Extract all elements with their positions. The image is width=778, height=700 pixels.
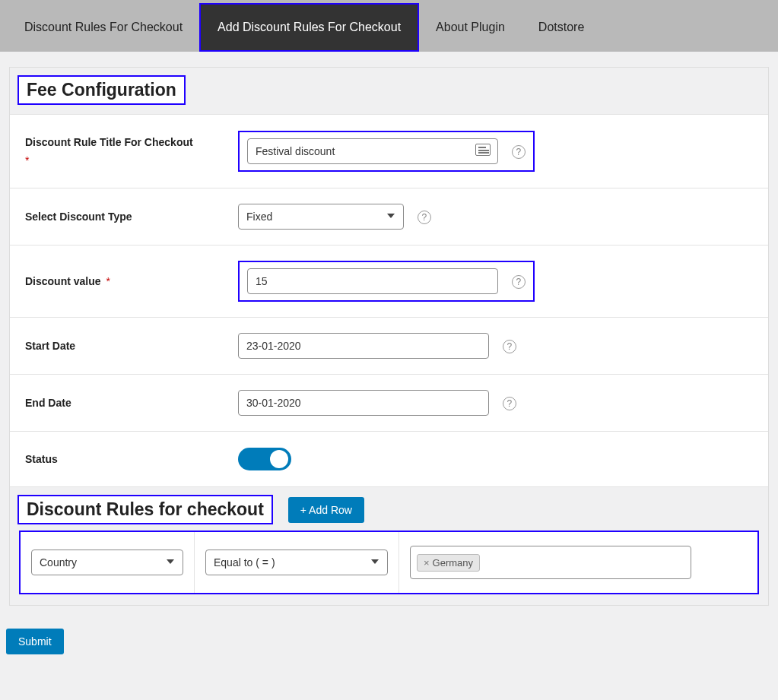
tab-add-discount-rules[interactable]: Add Discount Rules For Checkout [199, 3, 419, 52]
toggle-knob [270, 450, 288, 468]
rule-row: Country Equal to ( = ) × Germany [19, 531, 759, 594]
fee-configuration-panel: Fee Configuration Discount Rule Title Fo… [9, 67, 769, 606]
help-icon[interactable]: ? [512, 275, 526, 289]
status-label: Status [10, 432, 230, 487]
help-icon[interactable]: ? [503, 340, 516, 353]
status-toggle[interactable] [238, 448, 291, 470]
rules-section-title: Discount Rules for checkout [17, 495, 273, 524]
fee-form-table: Discount Rule Title For Checkout * ? Sel… [10, 114, 768, 487]
help-icon[interactable]: ? [503, 397, 516, 410]
required-mark: * [25, 154, 223, 166]
fee-config-title: Fee Configuration [17, 75, 186, 105]
required-mark: * [106, 275, 110, 287]
condition-value-input[interactable]: × Germany [410, 546, 691, 579]
start-date-label: Start Date [10, 318, 230, 375]
condition-operator-select[interactable]: Equal to ( = ) [205, 550, 388, 575]
value-label: Discount value * [10, 245, 230, 318]
tab-discount-rules[interactable]: Discount Rules For Checkout [8, 3, 199, 52]
autofill-icon [475, 144, 491, 156]
end-date-label: End Date [10, 375, 230, 432]
title-input[interactable] [247, 138, 498, 164]
add-row-button[interactable]: + Add Row [288, 497, 364, 523]
end-date-input[interactable] [238, 390, 489, 416]
tab-dotstore[interactable]: Dotstore [522, 3, 601, 52]
tag-remove-icon[interactable]: × [424, 557, 430, 569]
discount-type-select[interactable]: Fixed [238, 204, 404, 230]
start-date-input[interactable] [238, 333, 489, 359]
tab-about-plugin[interactable]: About Plugin [419, 3, 522, 52]
help-icon[interactable]: ? [512, 145, 526, 159]
discount-value-input[interactable] [247, 268, 498, 294]
title-label: Discount Rule Title For Checkout * [10, 115, 230, 188]
type-label: Select Discount Type [10, 188, 230, 245]
submit-button[interactable]: Submit [6, 629, 64, 654]
rules-header: Discount Rules for checkout + Add Row [17, 495, 768, 524]
top-tabs: Discount Rules For Checkout Add Discount… [0, 0, 778, 52]
help-icon[interactable]: ? [418, 211, 431, 224]
tag-label: Germany [433, 557, 473, 569]
tag-germany: × Germany [417, 554, 480, 572]
condition-type-select[interactable]: Country [31, 550, 183, 575]
